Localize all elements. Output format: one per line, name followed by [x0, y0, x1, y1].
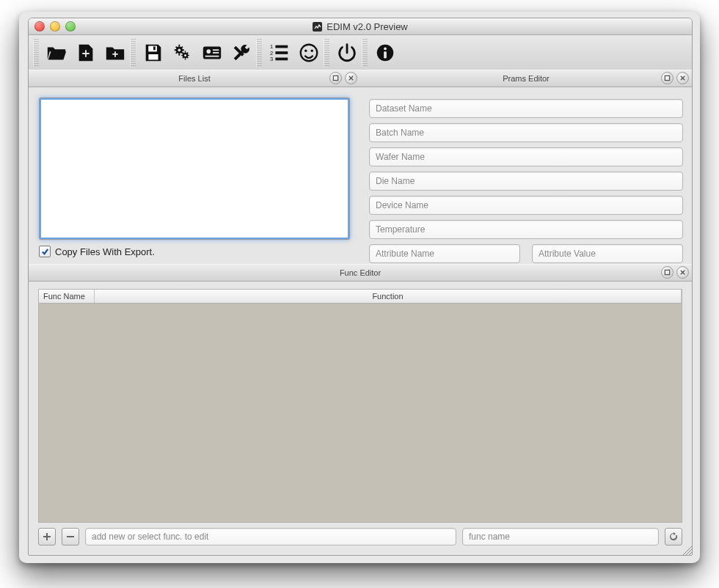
- copy-files-with-export-row[interactable]: Copy Files With Export.: [39, 246, 350, 257]
- window-title: EDIM v2.0 Preview: [326, 21, 408, 32]
- files-listbox[interactable]: [39, 98, 350, 240]
- func-panel-close-button[interactable]: [676, 266, 689, 279]
- prams-panel-close-button[interactable]: [676, 72, 689, 84]
- function-column-header[interactable]: Function: [95, 290, 682, 303]
- attribute-name-input[interactable]: [369, 244, 520, 263]
- copy-files-checkbox[interactable]: [39, 246, 51, 257]
- files-list-title: Files List: [178, 74, 210, 83]
- window-close-button[interactable]: [34, 21, 45, 32]
- svg-rect-14: [275, 57, 288, 60]
- svg-text:3: 3: [270, 56, 273, 62]
- svg-rect-7: [213, 52, 219, 54]
- new-file-button[interactable]: [71, 39, 101, 67]
- app-window: EDIM v2.0 Preview 123 File: [28, 18, 693, 556]
- svg-rect-8: [205, 55, 219, 56]
- func-edit-input[interactable]: [85, 528, 456, 545]
- resize-grip-icon[interactable]: [680, 543, 692, 555]
- svg-rect-22: [665, 76, 669, 80]
- window-zoom-button[interactable]: [65, 21, 76, 32]
- titlebar: EDIM v2.0 Preview: [29, 18, 692, 35]
- settings-gears-button[interactable]: [168, 39, 197, 67]
- files-panel-restore-button[interactable]: [329, 72, 342, 84]
- func-editor-title: Func Editor: [340, 268, 381, 277]
- prams-editor-header: Prams Editor: [360, 70, 692, 87]
- files-list-panel: Files List Copy Files With Export.: [29, 70, 361, 264]
- toolbar-separator: [362, 39, 368, 67]
- svg-point-5: [207, 49, 211, 54]
- svg-rect-12: [275, 45, 288, 48]
- svg-rect-13: [275, 51, 288, 54]
- svg-rect-21: [333, 76, 337, 80]
- temperature-input[interactable]: [369, 220, 683, 239]
- toolbar-separator: [33, 39, 39, 67]
- toolbar: 123: [29, 35, 692, 70]
- svg-point-17: [311, 49, 313, 51]
- add-func-button[interactable]: [38, 528, 56, 545]
- save-button[interactable]: [139, 39, 168, 67]
- dataset-name-input[interactable]: [369, 99, 683, 118]
- svg-point-3: [184, 54, 186, 56]
- func-table-header: Func Name Function: [38, 289, 682, 304]
- image-card-button[interactable]: [197, 39, 227, 67]
- svg-point-16: [304, 49, 307, 51]
- func-name-input[interactable]: [462, 528, 659, 545]
- svg-rect-24: [67, 536, 74, 537]
- svg-rect-20: [384, 51, 387, 58]
- new-folder-button[interactable]: [101, 39, 130, 67]
- device-name-input[interactable]: [369, 196, 683, 215]
- numbered-list-button[interactable]: 123: [265, 39, 294, 67]
- func-editor-header: Func Editor: [29, 264, 692, 282]
- window-minimize-button[interactable]: [50, 21, 60, 32]
- app-icon: [313, 22, 322, 32]
- files-panel-close-button[interactable]: [345, 72, 357, 84]
- toolbar-separator: [130, 39, 136, 67]
- tools-wrench-button[interactable]: [227, 39, 256, 67]
- wafer-name-input[interactable]: [369, 147, 683, 166]
- prams-editor-title: Prams Editor: [503, 74, 550, 83]
- attribute-value-input[interactable]: [532, 244, 683, 263]
- die-name-input[interactable]: [369, 172, 683, 191]
- files-list-header: Files List: [29, 70, 360, 87]
- svg-rect-6: [213, 49, 219, 51]
- func-editor-panel: Func Editor Func Name Function: [29, 264, 692, 555]
- func-name-column-header[interactable]: Func Name: [39, 290, 95, 303]
- prams-editor-panel: Prams Editor: [360, 70, 692, 264]
- toolbar-separator: [324, 39, 329, 67]
- batch-name-input[interactable]: [369, 123, 683, 142]
- copy-files-label: Copy Files With Export.: [55, 246, 155, 257]
- toolbar-separator: [256, 39, 262, 67]
- smile-button[interactable]: [294, 39, 324, 67]
- func-panel-restore-button[interactable]: [661, 266, 674, 279]
- func-table-body[interactable]: [38, 304, 682, 523]
- remove-func-button[interactable]: [62, 528, 79, 545]
- info-button[interactable]: [371, 39, 400, 67]
- prams-panel-restore-button[interactable]: [661, 72, 674, 84]
- svg-point-19: [384, 47, 387, 50]
- power-button[interactable]: [332, 39, 362, 67]
- svg-point-1: [178, 48, 180, 51]
- svg-rect-23: [665, 270, 669, 274]
- open-folder-button[interactable]: [42, 39, 71, 67]
